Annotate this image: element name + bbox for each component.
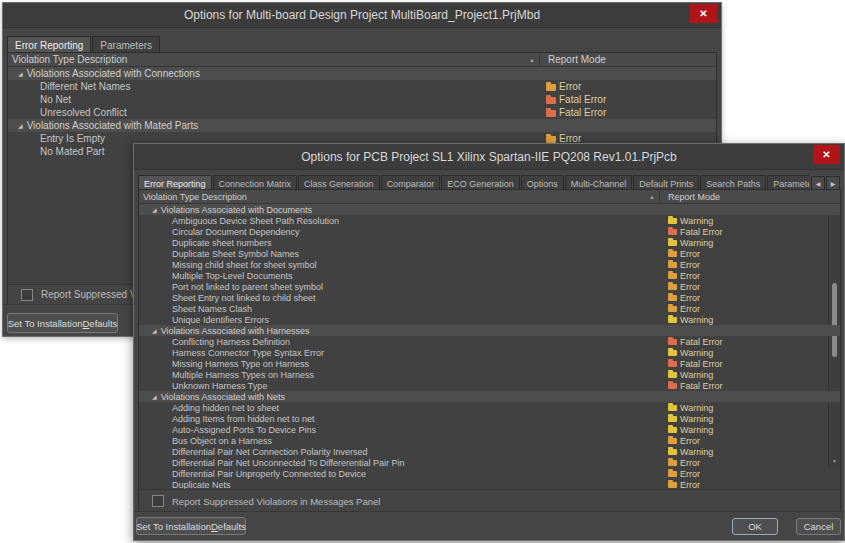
expand-collapse-icon[interactable]: ◢ xyxy=(152,394,157,400)
violation-row-adding-items-from-hidden-net-to-net[interactable]: Adding Items from hidden net to netWarni… xyxy=(139,413,840,424)
report-mode-cell[interactable]: Error xyxy=(668,248,700,259)
violation-row-auto-assigned-ports-to-device-pins[interactable]: Auto-Assigned Ports To Device PinsWarnin… xyxy=(139,424,840,435)
violation-label: Adding hidden net to sheet xyxy=(139,403,279,413)
violation-row-unique-identifiers-errors[interactable]: Unique Identifiers ErrorsWarning xyxy=(139,314,840,325)
violation-row-circular-document-dependency[interactable]: Circular Document DependencyFatal Error xyxy=(139,226,840,237)
expand-collapse-icon[interactable]: ◢ xyxy=(18,123,23,129)
report-mode-cell[interactable]: Warning xyxy=(668,215,713,226)
report-mode-value: Fatal Error xyxy=(680,381,723,391)
violation-row-ambiguous-device-sheet-path-resolution[interactable]: Ambiguous Device Sheet Path ResolutionWa… xyxy=(139,215,840,226)
report-mode-value: Error xyxy=(680,260,700,270)
report-mode-cell[interactable]: Error xyxy=(668,281,700,292)
violation-row-missing-child-sheet-for-sheet-symbol[interactable]: Missing child sheet for sheet symbolErro… xyxy=(139,259,840,270)
violation-label: Duplicate Sheet Symbol Names xyxy=(139,249,299,259)
tab-parameters[interactable]: Parameters xyxy=(92,36,160,53)
violation-row-multiple-harness-types-on-harness[interactable]: Multiple Harness Types on HarnessWarning xyxy=(139,369,840,380)
group-row-violations-associated-with-mated-parts[interactable]: ◢Violations Associated with Mated Parts xyxy=(8,119,716,132)
set-to-installation-defaults-button[interactable]: Set To Installation Defaults xyxy=(136,517,246,535)
set-to-installation-defaults-button[interactable]: Set To Installation Defaults xyxy=(7,313,118,333)
report-mode-cell[interactable]: Fatal Error xyxy=(546,93,606,106)
close-button[interactable]: ✕ xyxy=(690,4,717,23)
button-label: Set To Installation xyxy=(8,318,83,329)
report-mode-cell[interactable]: Error xyxy=(668,435,700,446)
violation-row-duplicate-sheet-symbol-names[interactable]: Duplicate Sheet Symbol NamesError xyxy=(139,248,840,259)
violation-row-no-net[interactable]: No NetFatal Error xyxy=(8,93,716,106)
report-mode-cell[interactable]: Fatal Error xyxy=(546,106,606,119)
violation-label: Different Net Names xyxy=(8,81,130,92)
title-bar[interactable]: Options for PCB Project SL1 Xilinx Spart… xyxy=(134,144,844,170)
close-button[interactable]: ✕ xyxy=(813,145,840,164)
column-header-report-mode[interactable]: Report Mode xyxy=(540,54,606,65)
violation-row-unresolved-conflict[interactable]: Unresolved ConflictFatal Error xyxy=(8,106,716,119)
expand-collapse-icon[interactable]: ◢ xyxy=(152,207,157,213)
group-row-violations-associated-with-documents[interactable]: ◢Violations Associated with Documents xyxy=(139,204,840,215)
cancel-button[interactable]: Cancel xyxy=(796,518,841,535)
folder-icon xyxy=(668,306,677,312)
report-mode-cell[interactable]: Fatal Error xyxy=(668,226,723,237)
report-mode-cell[interactable]: Error xyxy=(668,270,700,281)
checkbox-row: Report Suppressed Violations in Messages… xyxy=(139,489,840,512)
report-suppressed-checkbox[interactable] xyxy=(21,289,33,301)
report-mode-cell[interactable]: Warning xyxy=(668,369,713,380)
folder-icon xyxy=(668,284,677,290)
folder-icon xyxy=(668,471,677,477)
violation-row-differential-pair-unproperly-connected-to-device[interactable]: Differential Pair Unproperly Connected t… xyxy=(139,468,840,479)
violation-row-duplicate-nets[interactable]: Duplicate NetsError xyxy=(139,479,840,489)
column-header-violation-type[interactable]: Violation Type Description ▲ xyxy=(8,53,540,66)
ok-button[interactable]: OK xyxy=(732,518,778,535)
violation-label: Differential Pair Unproperly Connected t… xyxy=(139,469,366,479)
report-mode-value: Warning xyxy=(680,425,713,435)
violation-row-unknown-harness-type[interactable]: Unknown Harness TypeFatal Error xyxy=(139,380,840,391)
violation-row-port-not-linked-to-parent-sheet-symbol[interactable]: Port not linked to parent sheet symbolEr… xyxy=(139,281,840,292)
column-header-violation-type[interactable]: Violation Type Description ▲ xyxy=(139,190,660,203)
group-row-violations-associated-with-nets[interactable]: ◢Violations Associated with Nets xyxy=(139,391,840,402)
report-mode-cell[interactable]: Warning xyxy=(668,314,713,325)
folder-icon xyxy=(668,339,677,345)
report-mode-cell[interactable]: Fatal Error xyxy=(668,380,723,391)
violation-row-differential-pair-net-unconnected-to-differerential-pair-pin[interactable]: Differential Pair Net Unconnected To Dif… xyxy=(139,457,840,468)
report-mode-cell[interactable]: Fatal Error xyxy=(668,358,723,369)
violation-row-bus-object-on-a-harness[interactable]: Bus Object on a HarnessError xyxy=(139,435,840,446)
report-mode-value: Warning xyxy=(680,370,713,380)
report-mode-cell[interactable]: Error xyxy=(668,292,700,303)
report-mode-cell[interactable]: Warning xyxy=(668,402,713,413)
group-row-violations-associated-with-harnesses[interactable]: ◢Violations Associated with Harnesses xyxy=(139,325,840,336)
violation-label: Violations Associated with Connections xyxy=(27,68,200,79)
report-mode-cell[interactable]: Error xyxy=(546,80,581,93)
violation-row-conflicting-harness-definition[interactable]: Conflicting Harness DefinitionFatal Erro… xyxy=(139,336,840,347)
report-mode-value: Warning xyxy=(680,238,713,248)
violation-row-missing-harness-type-on-harness[interactable]: Missing Harness Type on HarnessFatal Err… xyxy=(139,358,840,369)
report-mode-cell[interactable]: Fatal Error xyxy=(668,336,723,347)
report-mode-cell[interactable]: Error xyxy=(668,457,700,468)
report-mode-cell[interactable]: Warning xyxy=(668,424,713,435)
group-row-violations-associated-with-connections[interactable]: ◢Violations Associated with Connections xyxy=(8,67,716,80)
violation-row-multiple-top-level-documents[interactable]: Multiple Top-Level DocumentsError xyxy=(139,270,840,281)
report-mode-cell[interactable]: Warning xyxy=(668,237,713,248)
violation-row-adding-hidden-net-to-sheet[interactable]: Adding hidden net to sheetWarning xyxy=(139,402,840,413)
violation-label: Violations Associated with Harnesses xyxy=(161,326,310,336)
violation-row-harness-connector-type-syntax-error[interactable]: Harness Connector Type Syntax ErrorWarni… xyxy=(139,347,840,358)
report-mode-cell[interactable]: Error xyxy=(668,259,700,270)
violation-row-sheet-entry-not-linked-to-child-sheet[interactable]: Sheet Entry not linked to child sheetErr… xyxy=(139,292,840,303)
report-mode-cell[interactable]: Warning xyxy=(668,347,713,358)
report-mode-cell[interactable]: Error xyxy=(668,468,700,479)
expand-collapse-icon[interactable]: ◢ xyxy=(152,328,157,334)
violation-label: Violations Associated with Documents xyxy=(161,205,312,215)
report-mode-cell[interactable]: Warning xyxy=(668,446,713,457)
violation-row-different-net-names[interactable]: Different Net NamesError xyxy=(8,80,716,93)
report-mode-cell[interactable]: Error xyxy=(668,479,700,489)
violation-row-duplicate-sheet-numbers[interactable]: Duplicate sheet numbersWarning xyxy=(139,237,840,248)
column-header-report-mode[interactable]: Report Mode xyxy=(660,192,720,202)
report-mode-value: Error xyxy=(559,81,581,92)
report-mode-cell[interactable]: Warning xyxy=(668,413,713,424)
report-suppressed-checkbox[interactable] xyxy=(152,495,164,507)
violation-row-sheet-names-clash[interactable]: Sheet Names ClashError xyxy=(139,303,840,314)
report-mode-value: Error xyxy=(680,293,700,303)
expand-collapse-icon[interactable]: ◢ xyxy=(18,71,23,77)
title-bar[interactable]: Options for Multi-board Design Project M… xyxy=(3,3,721,28)
tab-error-reporting[interactable]: Error Reporting xyxy=(7,36,91,53)
sort-asc-icon: ▲ xyxy=(649,194,655,200)
report-mode-cell[interactable]: Error xyxy=(668,303,700,314)
violation-row-differential-pair-net-connection-polarity-inversed[interactable]: Differential Pair Net Connection Polarit… xyxy=(139,446,840,457)
tabs: Error ReportingParameters xyxy=(7,36,717,53)
